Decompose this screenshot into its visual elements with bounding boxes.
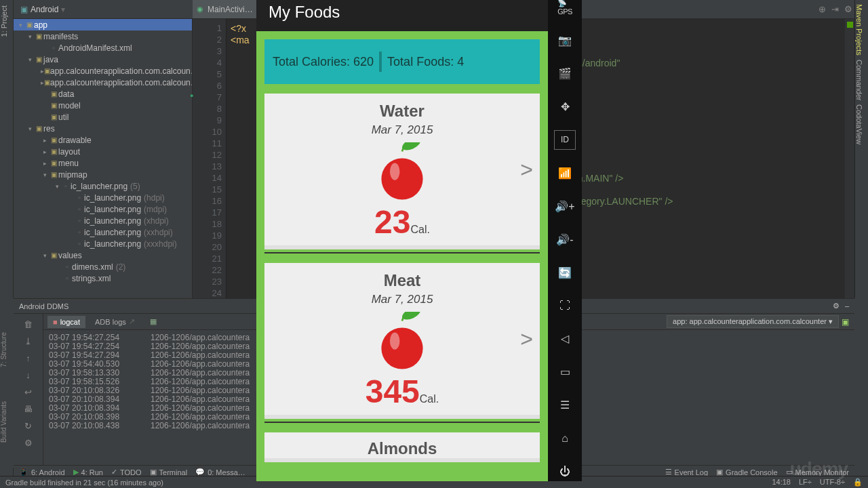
tree-launcher-xxxhdpi[interactable]: ▫ic_launcher.png(xxxhdpi) — [14, 238, 192, 249]
tree-launcher-hdpi[interactable]: ▫ic_launcher.png(hdpi) — [14, 192, 192, 203]
left-tab-build[interactable]: Build Variants — [0, 401, 7, 443]
tree-manifests[interactable]: ▾▣manifests — [14, 30, 192, 42]
status-line-ending[interactable]: LF÷ — [799, 478, 812, 487]
back-icon[interactable]: ◁ — [554, 329, 576, 348]
food-card-cal-unit: Cal. — [410, 224, 429, 235]
soft-wrap-icon[interactable]: ↩ — [24, 387, 32, 397]
editor-gutter: 123456789101112131415161718192021222324 — [193, 19, 226, 298]
card-divider — [264, 422, 540, 423]
gear-icon[interactable]: ⚙ — [844, 4, 852, 14]
phone-screen[interactable]: My Foods Total Calories: 620 Total Foods… — [256, 0, 548, 481]
print-icon[interactable]: 🖶 — [24, 404, 33, 414]
file-icon: ◉ — [197, 5, 203, 14]
collapse-icon[interactable]: ⇥ — [831, 4, 839, 14]
home-icon[interactable]: ▭ — [554, 362, 576, 382]
tree-menu[interactable]: ▸▣menu — [14, 157, 192, 169]
food-card-almonds[interactable]: Almonds — [264, 432, 540, 462]
trash-icon[interactable]: 🗑 — [24, 319, 33, 329]
gear-icon[interactable]: ⚙ — [24, 438, 33, 448]
tree-strings[interactable]: ▫strings.xml — [14, 272, 192, 284]
left-tab-project[interactable]: 1: Project — [0, 5, 8, 37]
power-icon[interactable]: ⏻ — [554, 462, 576, 481]
tree-java[interactable]: ▾▣java — [14, 54, 192, 65]
editor-error-strip — [845, 19, 854, 298]
right-vertical-tab-bar: Maven Projects Commander CodotaView — [854, 0, 868, 298]
total-cal-label: Total Calories: — [273, 55, 350, 68]
food-card-water[interactable]: Water Mar 7, 2015 23Cal. > — [264, 94, 540, 249]
status-green-indicator — [847, 22, 853, 28]
total-cal-value: 620 — [353, 55, 374, 68]
tab-adb-logs[interactable]: ADB logs↗ — [90, 315, 140, 328]
tree-layout[interactable]: ▸▣layout — [14, 146, 192, 157]
right-tab-codota[interactable]: CodotaView — [855, 104, 863, 144]
svg-point-5 — [390, 333, 399, 350]
chevron-right-icon[interactable]: > — [520, 157, 533, 182]
apple-icon — [376, 312, 428, 373]
lock-icon[interactable]: 🔒 — [853, 478, 863, 487]
food-card-calories: 23 — [374, 204, 410, 240]
tree-manifest-file[interactable]: ▫AndroidManifest.xml — [14, 42, 192, 54]
project-view-mode[interactable]: Android — [31, 5, 58, 14]
recents-icon[interactable]: ☰ — [554, 395, 576, 415]
editor-tab-main[interactable]: ◉ MainActivi… — [193, 0, 260, 18]
food-card-name: Meat — [274, 271, 530, 290]
tree-util[interactable]: ▣util — [14, 111, 192, 123]
chevron-right-icon[interactable]: > — [520, 327, 533, 352]
app-title: My Foods — [269, 3, 340, 22]
card-divider — [264, 252, 540, 253]
tree-mipmap[interactable]: ▾▣mipmap — [14, 169, 192, 180]
status-encoding[interactable]: UTF-8÷ — [820, 478, 845, 487]
down-icon[interactable]: ↓ — [26, 370, 31, 380]
android-icon[interactable]: ▣ — [842, 317, 849, 327]
menu-icon[interactable]: ⌂ — [554, 428, 576, 448]
food-card-meat[interactable]: Meat Mar 7, 2015 345Cal. > — [264, 263, 540, 419]
tree-launcher-group[interactable]: ▾▫ic_launcher.png(5) — [14, 180, 192, 192]
tree-dimens[interactable]: ▫dimens.xml(2) — [14, 261, 192, 272]
restart-icon[interactable]: ↻ — [24, 421, 32, 431]
rotate-icon[interactable]: 🔄 — [554, 263, 576, 283]
tree-launcher-mdpi[interactable]: ▫ic_launcher.png(mdpi) — [14, 203, 192, 215]
svg-point-3 — [400, 312, 422, 322]
target-icon[interactable]: ⊕ — [818, 4, 826, 14]
ddms-title: Android DDMS — [19, 302, 68, 310]
logcat-side-controls: 🗑 ⤓ ↑ ↓ ↩ 🖶 ↻ ⚙ — [14, 314, 43, 468]
dropdown-icon[interactable]: ▾ — [61, 5, 65, 14]
volume-up-icon[interactable]: 🔊+ — [554, 197, 576, 216]
svg-point-4 — [381, 327, 422, 369]
gps-icon[interactable]: 📡GPS — [554, 0, 576, 17]
gear-icon[interactable]: ⚙ — [833, 302, 840, 310]
apple-icon — [376, 142, 428, 203]
tree-res[interactable]: ▾▣res — [14, 123, 192, 134]
summary-bar: Total Calories: 620 Total Foods: 4 — [264, 39, 540, 84]
tree-data[interactable]: ▣data — [14, 88, 192, 100]
up-icon[interactable]: ↑ — [26, 353, 31, 363]
food-card-date: Mar 7, 2015 — [274, 123, 530, 137]
right-tab-maven[interactable]: Maven Projects — [855, 4, 863, 56]
tree-launcher-xxhdpi[interactable]: ▫ic_launcher.png(xxhdpi) — [14, 226, 192, 238]
logcat-extra-icon[interactable]: ▦ — [144, 315, 162, 328]
tree-values[interactable]: ▾▣values — [14, 249, 192, 261]
dpad-icon[interactable]: ✥ — [554, 97, 576, 117]
volume-down-icon[interactable]: 🔊- — [554, 230, 576, 249]
scroll-end-icon[interactable]: ⤓ — [24, 336, 32, 346]
cellular-icon[interactable]: 📶 — [554, 163, 576, 183]
tree-launcher-xhdpi[interactable]: ▫ic_launcher.png(xhdpi) — [14, 215, 192, 226]
project-tree[interactable]: ▾▣app ▾▣manifests ▫AndroidManifest.xml ▾… — [14, 19, 193, 298]
tree-model[interactable]: ▣model — [14, 100, 192, 111]
camera-icon[interactable]: 📷 — [554, 30, 576, 50]
app-action-bar: My Foods — [256, 0, 548, 31]
code-line: category.LAUNCHER" /> — [568, 196, 673, 207]
android-emulator: My Foods Total Calories: 620 Total Foods… — [256, 0, 582, 481]
left-tab-structure[interactable]: 7: Structure — [0, 332, 7, 367]
hide-icon[interactable]: – — [845, 302, 849, 310]
tree-root-app[interactable]: ▾▣app — [14, 19, 192, 30]
scale-icon[interactable]: ⛶ — [554, 296, 576, 315]
tree-pkg2[interactable]: ▸▣app.calcounterapplication.com.calcoun… — [14, 77, 192, 88]
tree-pkg1[interactable]: ▸▣app.calcounterapplication.com.calcoun… — [14, 65, 192, 77]
device-dropdown[interactable]: app: app.calcounterapplication.com.calco… — [667, 315, 839, 328]
tree-drawable[interactable]: ▸▣drawable — [14, 134, 192, 146]
tab-logcat[interactable]: ■logcat — [47, 316, 85, 328]
id-button[interactable]: ID — [554, 130, 576, 150]
right-tab-commander[interactable]: Commander — [855, 60, 863, 101]
clapper-icon[interactable]: 🎬 — [554, 64, 576, 83]
